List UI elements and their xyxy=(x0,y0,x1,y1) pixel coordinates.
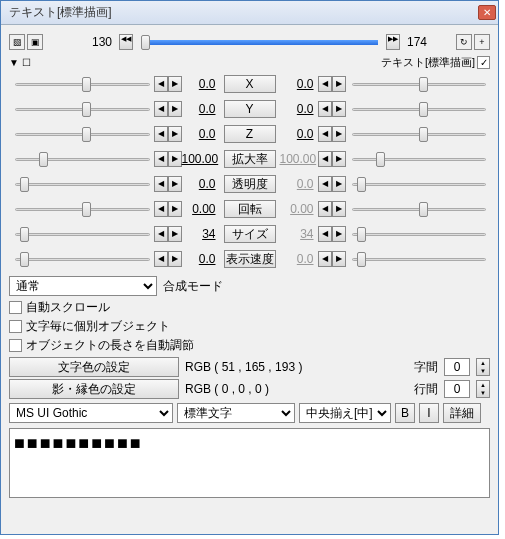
refresh-icon[interactable]: ↻ xyxy=(456,34,472,50)
style-select[interactable]: 標準文字 xyxy=(177,403,295,423)
inc-left-4[interactable]: ▶ xyxy=(168,176,182,192)
italic-button[interactable]: I xyxy=(419,403,439,423)
shadow-color-button[interactable]: 影・縁色の設定 xyxy=(9,379,179,399)
titlebar: テキスト[標準描画] ✕ xyxy=(1,1,498,25)
param-button-7[interactable]: 表示速度 xyxy=(224,250,276,268)
inc-left-7[interactable]: ▶ xyxy=(168,251,182,267)
chk-auto-length[interactable] xyxy=(9,339,22,352)
inc-right-0[interactable]: ▶ xyxy=(332,76,346,92)
dec-right-4[interactable]: ◀ xyxy=(318,176,332,192)
slider-left-2[interactable] xyxy=(15,126,150,142)
val-left-6[interactable]: 34 xyxy=(182,227,220,241)
text-input[interactable]: ■■■■■■■■■■ xyxy=(9,428,490,498)
param-button-6[interactable]: サイズ xyxy=(224,225,276,243)
dec-left-3[interactable]: ◀ xyxy=(154,151,168,167)
enable-checkbox[interactable]: ✓ xyxy=(477,56,490,69)
slider-right-7[interactable] xyxy=(352,251,487,267)
val-left-5[interactable]: 0.00 xyxy=(182,202,220,216)
val-left-0[interactable]: 0.0 xyxy=(182,77,220,91)
chk-autoscroll[interactable] xyxy=(9,301,22,314)
chk-per-char[interactable] xyxy=(9,320,22,333)
slider-right-3[interactable] xyxy=(352,151,487,167)
leading-input[interactable]: 0 xyxy=(444,380,470,398)
param-button-3[interactable]: 拡大率 xyxy=(224,150,276,168)
val-right-6[interactable]: 34 xyxy=(280,227,318,241)
bold-button[interactable]: B xyxy=(395,403,415,423)
dec-left-0[interactable]: ◀ xyxy=(154,76,168,92)
dec-right-7[interactable]: ◀ xyxy=(318,251,332,267)
seek-end[interactable]: ▶▶ xyxy=(386,34,400,50)
param-button-0[interactable]: X xyxy=(224,75,276,93)
val-right-3[interactable]: 100.00 xyxy=(280,152,318,166)
slider-left-7[interactable] xyxy=(15,251,150,267)
dec-left-1[interactable]: ◀ xyxy=(154,101,168,117)
timeline-track[interactable] xyxy=(141,34,378,50)
slider-left-3[interactable] xyxy=(15,151,150,167)
slider-left-0[interactable] xyxy=(15,76,150,92)
inc-left-0[interactable]: ▶ xyxy=(168,76,182,92)
layer-icon-2[interactable]: ▣ xyxy=(27,34,43,50)
inc-left-5[interactable]: ▶ xyxy=(168,201,182,217)
param-button-1[interactable]: Y xyxy=(224,100,276,118)
dec-right-3[interactable]: ◀ xyxy=(318,151,332,167)
inc-right-1[interactable]: ▶ xyxy=(332,101,346,117)
val-right-7[interactable]: 0.0 xyxy=(280,252,318,266)
slider-left-1[interactable] xyxy=(15,101,150,117)
param-button-5[interactable]: 回転 xyxy=(224,200,276,218)
val-left-3[interactable]: 100.00 xyxy=(182,152,220,166)
close-button[interactable]: ✕ xyxy=(478,5,496,20)
inc-left-1[interactable]: ▶ xyxy=(168,101,182,117)
layer-icon-1[interactable]: ▧ xyxy=(9,34,25,50)
val-left-1[interactable]: 0.0 xyxy=(182,102,220,116)
inc-right-6[interactable]: ▶ xyxy=(332,226,346,242)
text-color-button[interactable]: 文字色の設定 xyxy=(9,357,179,377)
dec-right-2[interactable]: ◀ xyxy=(318,126,332,142)
font-select[interactable]: MS UI Gothic xyxy=(9,403,173,423)
dec-left-2[interactable]: ◀ xyxy=(154,126,168,142)
dec-right-0[interactable]: ◀ xyxy=(318,76,332,92)
val-right-2[interactable]: 0.0 xyxy=(280,127,318,141)
blend-select[interactable]: 通常 xyxy=(9,276,157,296)
seek-start[interactable]: ◀◀ xyxy=(119,34,133,50)
inc-right-3[interactable]: ▶ xyxy=(332,151,346,167)
spacing-input[interactable]: 0 xyxy=(444,358,470,376)
detail-button[interactable]: 詳細 xyxy=(443,403,481,423)
spacing-stepper[interactable]: ▲▼ xyxy=(476,358,490,376)
dec-right-1[interactable]: ◀ xyxy=(318,101,332,117)
inc-right-7[interactable]: ▶ xyxy=(332,251,346,267)
inc-right-2[interactable]: ▶ xyxy=(332,126,346,142)
param-button-4[interactable]: 透明度 xyxy=(224,175,276,193)
slider-right-0[interactable] xyxy=(352,76,487,92)
slider-left-4[interactable] xyxy=(15,176,150,192)
val-left-4[interactable]: 0.0 xyxy=(182,177,220,191)
slider-right-1[interactable] xyxy=(352,101,487,117)
val-left-7[interactable]: 0.0 xyxy=(182,252,220,266)
val-right-4[interactable]: 0.0 xyxy=(280,177,318,191)
dec-left-4[interactable]: ◀ xyxy=(154,176,168,192)
add-icon[interactable]: + xyxy=(474,34,490,50)
inc-right-4[interactable]: ▶ xyxy=(332,176,346,192)
dec-left-5[interactable]: ◀ xyxy=(154,201,168,217)
inc-left-6[interactable]: ▶ xyxy=(168,226,182,242)
slider-left-6[interactable] xyxy=(15,226,150,242)
val-left-2[interactable]: 0.0 xyxy=(182,127,220,141)
inc-right-5[interactable]: ▶ xyxy=(332,201,346,217)
align-select[interactable]: 中央揃え[中] xyxy=(299,403,391,423)
dec-left-6[interactable]: ◀ xyxy=(154,226,168,242)
leading-stepper[interactable]: ▲▼ xyxy=(476,380,490,398)
val-right-1[interactable]: 0.0 xyxy=(280,102,318,116)
slider-right-5[interactable] xyxy=(352,201,487,217)
val-right-0[interactable]: 0.0 xyxy=(280,77,318,91)
param-button-2[interactable]: Z xyxy=(224,125,276,143)
slider-right-4[interactable] xyxy=(352,176,487,192)
inc-left-3[interactable]: ▶ xyxy=(168,151,182,167)
val-right-5[interactable]: 0.00 xyxy=(280,202,318,216)
dec-left-7[interactable]: ◀ xyxy=(154,251,168,267)
slider-left-5[interactable] xyxy=(15,201,150,217)
slider-right-2[interactable] xyxy=(352,126,487,142)
inc-left-2[interactable]: ▶ xyxy=(168,126,182,142)
expand-icon[interactable]: ▼ ☐ xyxy=(9,57,31,68)
slider-right-6[interactable] xyxy=(352,226,487,242)
dec-right-5[interactable]: ◀ xyxy=(318,201,332,217)
dec-right-6[interactable]: ◀ xyxy=(318,226,332,242)
